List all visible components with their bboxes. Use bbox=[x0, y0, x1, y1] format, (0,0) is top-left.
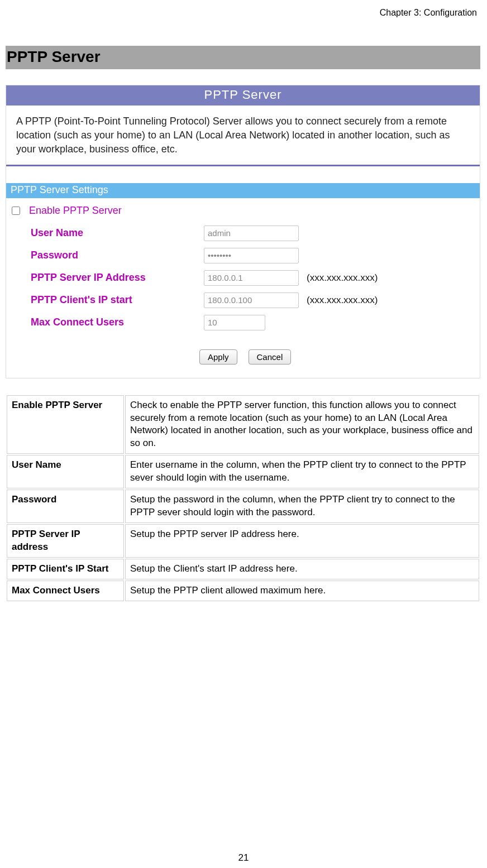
server-ip-hint: (xxx.xxx.xxx.xxx) bbox=[304, 272, 378, 284]
section-title: PPTP Server bbox=[6, 46, 480, 69]
desc-cell: Setup the Client's start IP address here… bbox=[125, 559, 479, 579]
settings-header: PPTP Server Settings bbox=[6, 183, 480, 198]
max-users-input[interactable] bbox=[204, 315, 265, 330]
client-ip-start-hint: (xxx.xxx.xxx.xxx) bbox=[304, 295, 378, 306]
table-row: Max Connect UsersSetup the PPTP client a… bbox=[7, 581, 479, 601]
username-label: User Name bbox=[31, 227, 198, 239]
enable-pptp-label: Enable PPTP Server bbox=[29, 205, 122, 217]
server-ip-input[interactable] bbox=[204, 270, 299, 286]
client-ip-start-label: PPTP Client's IP start bbox=[31, 294, 198, 306]
max-users-label: Max Connect Users bbox=[31, 316, 198, 328]
page-number: 21 bbox=[0, 852, 487, 864]
term-cell: Password bbox=[7, 490, 124, 523]
term-cell: Enable PPTP Server bbox=[7, 395, 124, 454]
desc-cell: Setup the PPTP client allowed maximum he… bbox=[125, 581, 479, 601]
table-row: User NameEnter username in the column, w… bbox=[7, 455, 479, 488]
password-label: Password bbox=[31, 250, 198, 261]
client-ip-start-input[interactable] bbox=[204, 292, 299, 308]
chapter-header: Chapter 3: Configuration bbox=[6, 4, 480, 46]
password-input[interactable] bbox=[204, 248, 299, 263]
enable-pptp-checkbox[interactable] bbox=[12, 207, 20, 215]
panel-title: PPTP Server bbox=[6, 85, 480, 105]
cancel-button[interactable]: Cancel bbox=[249, 349, 292, 365]
desc-cell: Setup the password in the column, when t… bbox=[125, 490, 479, 523]
desc-cell: Enter username in the column, when the P… bbox=[125, 455, 479, 488]
term-cell: PPTP Server IP address bbox=[7, 524, 124, 558]
desc-cell: Setup the PPTP server IP address here. bbox=[125, 524, 479, 558]
term-cell: PPTP Client's IP Start bbox=[7, 559, 124, 579]
table-row: Enable PPTP ServerCheck to enable the PP… bbox=[7, 395, 479, 454]
description-table: Enable PPTP ServerCheck to enable the PP… bbox=[6, 394, 480, 602]
table-row: PPTP Server IP addressSetup the PPTP ser… bbox=[7, 524, 479, 558]
table-row: PasswordSetup the password in the column… bbox=[7, 490, 479, 523]
server-ip-label: PPTP Server IP Address bbox=[31, 272, 198, 284]
username-input[interactable] bbox=[204, 226, 299, 241]
desc-cell: Check to enable the PPTP server function… bbox=[125, 395, 479, 454]
panel-description: A PPTP (Point-To-Point Tunneling Protoco… bbox=[6, 105, 480, 166]
table-row: PPTP Client's IP StartSetup the Client's… bbox=[7, 559, 479, 579]
pptp-server-panel: PPTP Server A PPTP (Point-To-Point Tunne… bbox=[6, 85, 480, 378]
term-cell: Max Connect Users bbox=[7, 581, 124, 601]
apply-button[interactable]: Apply bbox=[199, 349, 237, 365]
term-cell: User Name bbox=[7, 455, 124, 488]
